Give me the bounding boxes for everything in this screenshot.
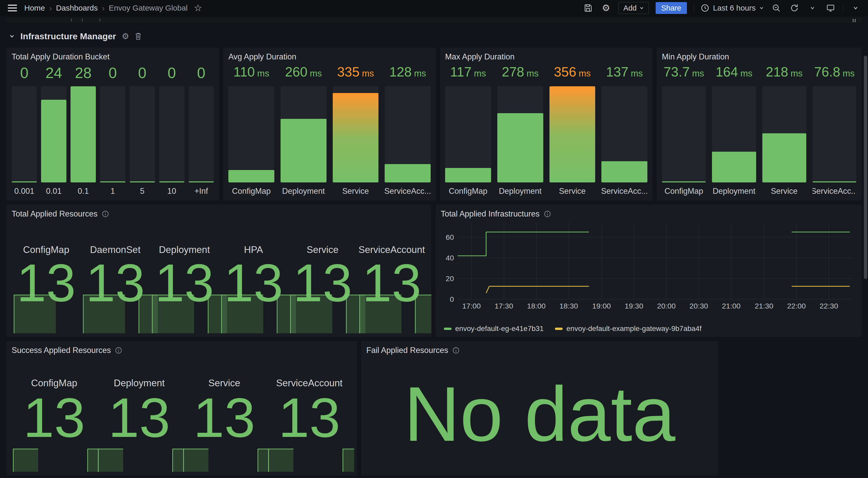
bar-gauge-fill xyxy=(333,93,379,182)
bar-gauge-value: 0 xyxy=(189,64,214,86)
legend-item-eg[interactable]: envoy-default-eg-e41e7b31 xyxy=(444,325,544,333)
save-dashboard-button[interactable] xyxy=(582,2,594,14)
stat-value: 13 xyxy=(86,256,145,310)
bar-gauge-track xyxy=(601,86,647,182)
bar-gauge-fill xyxy=(712,152,756,182)
bar-gauge-value: 278ms xyxy=(497,64,543,86)
bar-gauge-label: Deployment xyxy=(712,182,756,197)
row-settings-button[interactable]: ⚙ xyxy=(122,31,129,41)
bar-gauge-fill xyxy=(189,181,214,182)
stat-value: 13 xyxy=(23,389,85,446)
bar-gauge-cell: 010 xyxy=(159,64,184,197)
stat-value: 13 xyxy=(108,389,170,446)
bar-gauge-track xyxy=(159,86,184,182)
bar-gauge-label: 0.001 xyxy=(11,182,37,197)
nav-left: Home › Dashboards › Envoy Gateway Global… xyxy=(7,2,202,14)
bar-gauge-number: 110 xyxy=(234,64,255,80)
vertical-scrollbar-thumb[interactable] xyxy=(864,56,867,279)
panel-title[interactable]: Total Apply Duration Bucket xyxy=(11,52,110,61)
bar-gauge-track xyxy=(497,86,543,182)
menu-toggle-button[interactable] xyxy=(7,2,18,14)
row-delete-button[interactable] xyxy=(135,32,142,40)
chevron-down-icon xyxy=(9,33,15,39)
panel-info-button[interactable] xyxy=(115,347,122,354)
bar-gauge-number: 128 xyxy=(389,64,412,80)
row-title[interactable]: Infrastructure Manager xyxy=(21,31,116,41)
bar-gauge-value: 260ms xyxy=(281,64,327,86)
panel-min-apply-duration: Min Apply Duration 73.7msConfigMap164msD… xyxy=(657,48,862,201)
bar-gauge-label: 10 xyxy=(159,182,184,197)
info-icon xyxy=(544,210,551,217)
stat-value: 13 xyxy=(224,256,283,310)
bar-gauge-cell: 76.8msServiceAcc... xyxy=(812,64,857,197)
bar-gauge-number: 335 xyxy=(337,64,360,80)
bar-gauge-label: Service xyxy=(550,182,595,197)
bar-gauge-cell: 110msConfigMap xyxy=(228,64,274,197)
svg-text:17:00: 17:00 xyxy=(462,302,481,310)
refresh-interval-dropdown[interactable] xyxy=(807,2,818,14)
svg-text:22:30: 22:30 xyxy=(819,302,838,310)
panel-title[interactable]: Total Applied Infrastructures xyxy=(441,209,540,218)
bar-gauge-unit: ms xyxy=(362,68,374,79)
bar-gauge-value: 137ms xyxy=(601,64,647,86)
panel-info-button[interactable] xyxy=(452,347,460,354)
bar-gauge-track xyxy=(100,86,125,182)
bar-gauge-track xyxy=(385,86,431,182)
bar-gauge-label: ConfigMap xyxy=(445,182,491,197)
clock-icon xyxy=(701,4,709,12)
nav-more-dropdown[interactable] xyxy=(850,2,861,14)
panel-title[interactable]: Success Applied Resources xyxy=(11,346,111,355)
stat-cell-service: Service13 xyxy=(182,356,267,472)
bar-gauge-label: Service xyxy=(333,182,379,197)
panel-info-button[interactable] xyxy=(544,210,551,217)
zoom-out-time-button[interactable] xyxy=(771,2,782,14)
bar-gauge-fill xyxy=(159,181,184,182)
bar-gauge-cell: 00.001 xyxy=(11,64,37,197)
legend-swatch-yellow xyxy=(555,328,563,330)
bar-gauge-track xyxy=(445,86,491,182)
bar-gauge-number: 278 xyxy=(502,64,524,80)
panel-title[interactable]: Avg Apply Duration xyxy=(228,52,296,61)
panel-info-button[interactable] xyxy=(102,210,109,217)
panel-title[interactable]: Fail Applied Resources xyxy=(366,346,448,355)
bar-gauge-group: 110msConfigMap260msDeployment335msServic… xyxy=(228,62,431,197)
bar-gauge-track xyxy=(281,86,327,182)
stat-cell-serviceaccount: ServiceAccount13 xyxy=(357,220,427,333)
bar-gauge-group: 117msConfigMap278msDeployment356msServic… xyxy=(445,62,647,197)
bar-gauge-number: 28 xyxy=(75,64,92,81)
add-button-label: Add xyxy=(623,4,637,12)
stat-cell-daemonset: DaemonSet13 xyxy=(81,220,150,333)
bar-gauge-track xyxy=(712,86,756,182)
refresh-button[interactable] xyxy=(789,2,800,14)
add-button[interactable]: Add xyxy=(618,2,649,14)
legend-item-example-gateway[interactable]: envoy-default-example-gateway-9b7aba4f xyxy=(555,325,702,333)
bar-gauge-unit: ms xyxy=(257,68,270,79)
favorite-star-icon[interactable]: ☆ xyxy=(194,3,202,13)
bar-gauge-unit: ms xyxy=(310,68,322,79)
tv-mode-button[interactable] xyxy=(825,2,836,14)
bar-gauge-label: 1 xyxy=(100,182,125,197)
dashboard-settings-button[interactable]: ⚙ xyxy=(600,2,612,14)
bar-gauge-unit: ms xyxy=(526,68,538,79)
bar-gauge-number: 0 xyxy=(20,64,28,81)
chevron-right-icon: › xyxy=(49,3,52,13)
bar-gauge-value: 24 xyxy=(41,64,66,86)
share-button[interactable]: Share xyxy=(656,2,687,14)
panel-title[interactable]: Total Applied Resources xyxy=(11,209,98,218)
bar-gauge-label: 5 xyxy=(130,182,155,197)
panel-title[interactable]: Max Apply Duration xyxy=(445,52,515,61)
breadcrumb-home[interactable]: Home xyxy=(24,4,45,12)
bar-gauge-label: ServiceAcc... xyxy=(385,182,431,197)
breadcrumb-current-dashboard: Envoy Gateway Global xyxy=(109,4,188,12)
time-range-picker[interactable]: Last 6 hours xyxy=(701,4,764,12)
dashboard-canvas: Infrastructure Manager ⚙ Total Apply Dur… xyxy=(0,16,868,475)
bar-gauge-fill xyxy=(130,181,155,182)
bar-gauge-track xyxy=(228,86,274,182)
bar-gauge-number: 117 xyxy=(450,64,472,80)
bar-gauge-label: 0.01 xyxy=(41,182,66,197)
hamburger-icon xyxy=(8,5,17,11)
bar-gauge-cell: 0+Inf xyxy=(189,64,214,197)
breadcrumb-dashboards[interactable]: Dashboards xyxy=(56,4,98,12)
collapse-row-button[interactable] xyxy=(9,33,15,39)
panel-title[interactable]: Min Apply Duration xyxy=(662,52,729,61)
